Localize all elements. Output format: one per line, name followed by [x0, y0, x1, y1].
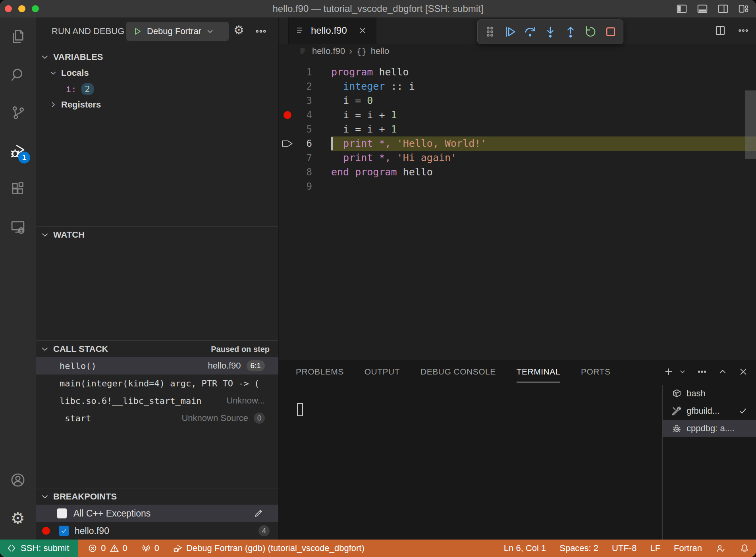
- activity-item-run-and-debug[interactable]: 1: [0, 132, 36, 170]
- registers-tree-item[interactable]: Registers: [36, 97, 278, 113]
- split-editor-icon[interactable]: [714, 24, 727, 37]
- activity-item-extensions[interactable]: [0, 170, 36, 208]
- breakpoint-row-exceptions[interactable]: All C++ Exceptions: [36, 505, 278, 522]
- code-line-2[interactable]: 2 integer :: i: [279, 79, 756, 94]
- remote-indicator[interactable]: SSH: submit: [0, 540, 78, 557]
- call-stack-section-header[interactable]: CALL STACK Paused on step: [36, 341, 278, 357]
- cursor-position-status[interactable]: Ln 6, Col 1: [504, 543, 546, 553]
- layout-customize-icon[interactable]: [738, 3, 750, 15]
- breadcrumb-file[interactable]: hello.f90: [312, 46, 345, 56]
- editor-scrollbar[interactable]: [745, 90, 756, 159]
- code-line-text[interactable]: end program hello: [331, 165, 756, 179]
- breakpoints-section-header[interactable]: BREAKPOINTS: [36, 489, 278, 505]
- close-panel-icon[interactable]: [738, 366, 749, 377]
- panel-tab-ports[interactable]: PORTS: [581, 360, 610, 383]
- breakpoint-gutter[interactable]: [279, 108, 296, 122]
- layout-panel-icon[interactable]: [696, 3, 708, 15]
- notifications-bell-icon[interactable]: [739, 543, 750, 553]
- variable-row-i[interactable]: i: 2: [36, 81, 278, 97]
- tab-hello-f90[interactable]: hello.f90: [288, 17, 376, 44]
- stop-icon[interactable]: [604, 25, 618, 39]
- code-line-7[interactable]: 7 print *, 'Hi again': [279, 151, 756, 165]
- new-terminal-icon[interactable]: [663, 366, 674, 377]
- code-line-text[interactable]: i = 0: [331, 94, 756, 108]
- code-line-9[interactable]: 9: [279, 179, 756, 194]
- frame-location-badge: 0: [254, 413, 265, 424]
- close-tab-icon[interactable]: [357, 25, 368, 36]
- call-stack-frame[interactable]: libc.so.6!__libc_start_mainUnknow...: [36, 392, 278, 409]
- edit-breakpoint-icon[interactable]: [253, 508, 264, 519]
- panel-tab-output[interactable]: OUTPUT: [364, 360, 400, 383]
- call-stack-frame[interactable]: main(integer(kind=4) argc, PTR TO -> ( c…: [36, 375, 278, 392]
- code-line-5[interactable]: 5 i = i + 1: [279, 122, 756, 136]
- language-mode-status[interactable]: Fortran: [674, 543, 702, 553]
- layout-sidebar-left-icon[interactable]: [676, 3, 688, 15]
- code-line-text[interactable]: print *, 'Hello, World!': [331, 136, 756, 151]
- activity-item-remote-explorer[interactable]: [0, 208, 36, 246]
- step-over-icon[interactable]: [523, 25, 537, 39]
- gutter[interactable]: [279, 136, 296, 151]
- indentation-status[interactable]: Spaces: 2: [559, 543, 598, 553]
- maximize-panel-icon[interactable]: [717, 366, 728, 377]
- code-line-1[interactable]: 1program hello: [279, 65, 756, 79]
- breakpoint-row-file[interactable]: hello.f90 4: [36, 522, 278, 540]
- file-breakpoint-checkbox[interactable]: [59, 526, 69, 536]
- code-line-6[interactable]: 6 print *, 'Hello, World!': [279, 136, 756, 151]
- terminal-list-item[interactable]: cppdbg: a....: [663, 420, 756, 437]
- minimize-window-button[interactable]: [18, 5, 25, 12]
- terminal-dropdown-icon[interactable]: [678, 367, 687, 376]
- terminal-list-item[interactable]: $bash: [663, 385, 756, 402]
- zoom-window-button[interactable]: [32, 5, 39, 12]
- activity-item-explorer[interactable]: [0, 17, 36, 56]
- exceptions-checkbox[interactable]: [57, 508, 67, 519]
- code-line-4[interactable]: 4 i = i + 1: [279, 108, 756, 122]
- activity-item-accounts[interactable]: [0, 461, 36, 499]
- code-line-3[interactable]: 3 i = 0: [279, 94, 756, 108]
- panel-tab-terminal[interactable]: TERMINAL: [517, 360, 560, 383]
- code-line-8[interactable]: 8end program hello: [279, 165, 756, 179]
- editor-more-icon[interactable]: [737, 24, 750, 37]
- activity-item-source-control[interactable]: [0, 94, 36, 132]
- close-window-button[interactable]: [5, 5, 12, 12]
- locals-tree-item[interactable]: Locals: [36, 65, 278, 81]
- continue-icon[interactable]: [503, 25, 517, 39]
- start-debug-icon[interactable]: [132, 26, 143, 37]
- panel-tab-problems[interactable]: PROBLEMS: [296, 360, 344, 383]
- code-line-text[interactable]: print *, 'Hi again': [331, 151, 756, 165]
- panel-more-icon[interactable]: [696, 366, 708, 377]
- step-into-icon[interactable]: [543, 25, 557, 39]
- code-line-text[interactable]: program hello: [331, 65, 756, 79]
- breadcrumb[interactable]: hello.f90 › {} hello: [279, 44, 756, 59]
- step-out-icon[interactable]: [563, 25, 578, 39]
- activity-item-search[interactable]: [0, 56, 36, 94]
- panel-tab-debug-console[interactable]: DEBUG CONSOLE: [420, 360, 496, 383]
- call-stack-frame[interactable]: _startUnknown Source0: [36, 409, 278, 427]
- debug-config-dropdown[interactable]: Debug Fortrar: [126, 22, 229, 41]
- ports-status[interactable]: 0: [141, 543, 159, 553]
- code-editor[interactable]: 1program hello2 integer :: i3 i = 04 i =…: [279, 59, 756, 360]
- breadcrumb-symbol[interactable]: hello: [371, 46, 389, 56]
- variables-section-header[interactable]: VARIABLES: [36, 49, 278, 65]
- code-line-text[interactable]: i = i + 1: [331, 108, 756, 122]
- layout-sidebar-right-icon[interactable]: [717, 3, 729, 15]
- section-divider: [36, 488, 278, 488]
- encoding-status[interactable]: UTF-8: [612, 543, 636, 553]
- sidebar-more-icon[interactable]: [254, 25, 268, 38]
- debug-session-status[interactable]: Debug Fortran (gdb) (tutorial_vscode_dbg…: [173, 543, 364, 553]
- line-number: 2: [296, 81, 312, 92]
- feedback-icon[interactable]: [716, 543, 726, 553]
- problems-status[interactable]: 0 0: [87, 543, 127, 553]
- terminal-list-item[interactable]: gfbuild...: [663, 402, 756, 420]
- fortran-file-icon: [295, 25, 306, 36]
- code-line-text[interactable]: [331, 179, 756, 194]
- call-stack-frame[interactable]: hello()hello.f906:1: [36, 357, 278, 375]
- search-icon: [10, 66, 26, 83]
- eol-status[interactable]: LF: [650, 543, 660, 553]
- activity-item-settings[interactable]: ⚙: [0, 499, 36, 537]
- debug-settings-gear-icon[interactable]: ⚙: [233, 23, 247, 36]
- drag-handle-icon[interactable]: [483, 25, 497, 39]
- code-line-text[interactable]: i = i + 1: [331, 122, 756, 136]
- watch-section-header[interactable]: WATCH: [36, 227, 278, 243]
- code-line-text[interactable]: integer :: i: [331, 79, 756, 94]
- restart-icon[interactable]: [583, 25, 598, 39]
